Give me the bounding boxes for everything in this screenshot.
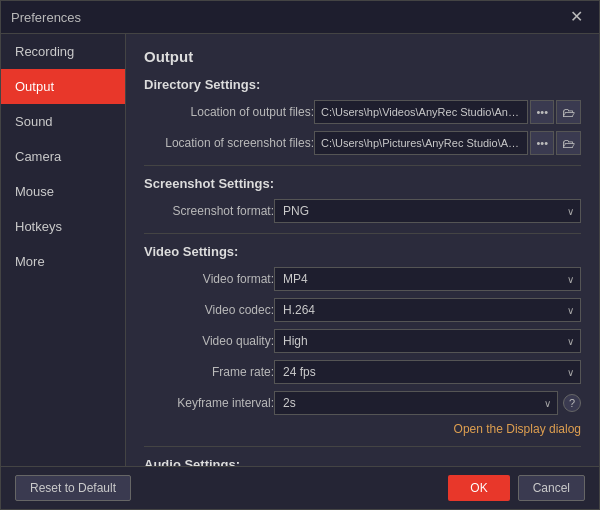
display-dialog-link[interactable]: Open the Display dialog bbox=[144, 422, 581, 436]
video-settings-title: Video Settings: bbox=[144, 244, 581, 259]
main-content: Output Directory Settings: Location of o… bbox=[126, 34, 599, 466]
screenshot-settings-title: Screenshot Settings: bbox=[144, 176, 581, 191]
screenshot-format-label: Screenshot format: bbox=[144, 204, 274, 218]
frame-rate-select[interactable]: 15 fps20 fps24 fps30 fps60 fps bbox=[274, 360, 581, 384]
sidebar-item-output[interactable]: Output bbox=[1, 69, 125, 104]
separator-2 bbox=[144, 233, 581, 234]
content-area: Recording Output Sound Camera Mouse Hotk… bbox=[1, 34, 599, 466]
preferences-dialog: Preferences ✕ Recording Output Sound Cam… bbox=[0, 0, 600, 510]
dialog-title: Preferences bbox=[11, 10, 81, 25]
video-format-select[interactable]: MP4MOVAVIWMVMKV bbox=[274, 267, 581, 291]
sidebar-item-camera[interactable]: Camera bbox=[1, 139, 125, 174]
video-codec-row: Video codec: H.264H.265MPEG-4 bbox=[144, 298, 581, 322]
keyframe-row: Keyframe interval: 1s2s3s5s ? bbox=[144, 391, 581, 415]
ok-button[interactable]: OK bbox=[448, 475, 509, 501]
frame-rate-select-wrap: 15 fps20 fps24 fps30 fps60 fps bbox=[274, 360, 581, 384]
screenshot-files-dots-button[interactable]: ••• bbox=[530, 131, 554, 155]
title-bar: Preferences ✕ bbox=[1, 1, 599, 34]
footer-left: Reset to Default bbox=[15, 475, 131, 501]
audio-settings-title: Audio Settings: bbox=[144, 457, 581, 466]
video-quality-select-wrap: LowMediumHighLossless bbox=[274, 329, 581, 353]
screenshot-files-input[interactable] bbox=[314, 131, 528, 155]
output-files-folder-button[interactable]: 🗁 bbox=[556, 100, 581, 124]
output-files-label: Location of output files: bbox=[144, 105, 314, 119]
keyframe-help-button[interactable]: ? bbox=[563, 394, 581, 412]
directory-settings-title: Directory Settings: bbox=[144, 77, 581, 92]
screenshot-format-row: Screenshot format: PNG JPG BMP TIFF bbox=[144, 199, 581, 223]
video-quality-label: Video quality: bbox=[144, 334, 274, 348]
screenshot-files-row: Location of screenshot files: ••• 🗁 bbox=[144, 131, 581, 155]
keyframe-label: Keyframe interval: bbox=[144, 396, 274, 410]
output-files-dots-button[interactable]: ••• bbox=[530, 100, 554, 124]
screenshot-files-folder-button[interactable]: 🗁 bbox=[556, 131, 581, 155]
reset-button[interactable]: Reset to Default bbox=[15, 475, 131, 501]
sidebar-item-recording[interactable]: Recording bbox=[1, 34, 125, 69]
output-files-input[interactable] bbox=[314, 100, 528, 124]
video-quality-row: Video quality: LowMediumHighLossless bbox=[144, 329, 581, 353]
sidebar: Recording Output Sound Camera Mouse Hotk… bbox=[1, 34, 126, 466]
close-button[interactable]: ✕ bbox=[564, 7, 589, 27]
frame-rate-label: Frame rate: bbox=[144, 365, 274, 379]
video-codec-label: Video codec: bbox=[144, 303, 274, 317]
keyframe-select-wrap: 1s2s3s5s bbox=[274, 391, 558, 415]
page-title: Output bbox=[144, 48, 581, 65]
cancel-button[interactable]: Cancel bbox=[518, 475, 585, 501]
separator-3 bbox=[144, 446, 581, 447]
video-format-select-wrap: MP4MOVAVIWMVMKV bbox=[274, 267, 581, 291]
footer-right: OK Cancel bbox=[448, 475, 585, 501]
sidebar-item-more[interactable]: More bbox=[1, 244, 125, 279]
footer: Reset to Default OK Cancel bbox=[1, 466, 599, 509]
screenshot-format-select[interactable]: PNG JPG BMP TIFF bbox=[274, 199, 581, 223]
video-codec-select[interactable]: H.264H.265MPEG-4 bbox=[274, 298, 581, 322]
separator-1 bbox=[144, 165, 581, 166]
sidebar-item-sound[interactable]: Sound bbox=[1, 104, 125, 139]
keyframe-select[interactable]: 1s2s3s5s bbox=[274, 391, 558, 415]
screenshot-files-label: Location of screenshot files: bbox=[144, 136, 314, 150]
video-format-label: Video format: bbox=[144, 272, 274, 286]
screenshot-format-select-wrap: PNG JPG BMP TIFF bbox=[274, 199, 581, 223]
frame-rate-row: Frame rate: 15 fps20 fps24 fps30 fps60 f… bbox=[144, 360, 581, 384]
sidebar-item-hotkeys[interactable]: Hotkeys bbox=[1, 209, 125, 244]
sidebar-item-mouse[interactable]: Mouse bbox=[1, 174, 125, 209]
output-files-row: Location of output files: ••• 🗁 bbox=[144, 100, 581, 124]
video-quality-select[interactable]: LowMediumHighLossless bbox=[274, 329, 581, 353]
video-codec-select-wrap: H.264H.265MPEG-4 bbox=[274, 298, 581, 322]
video-format-row: Video format: MP4MOVAVIWMVMKV bbox=[144, 267, 581, 291]
